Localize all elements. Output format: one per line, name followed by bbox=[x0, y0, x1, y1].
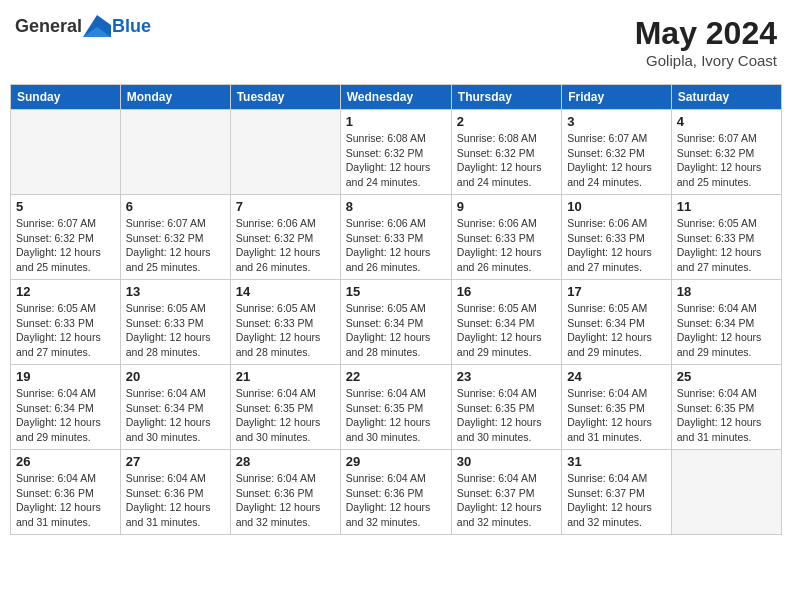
calendar-cell: 26Sunrise: 6:04 AMSunset: 6:36 PMDayligh… bbox=[11, 450, 121, 535]
calendar-cell: 25Sunrise: 6:04 AMSunset: 6:35 PMDayligh… bbox=[671, 365, 781, 450]
calendar-cell: 28Sunrise: 6:04 AMSunset: 6:36 PMDayligh… bbox=[230, 450, 340, 535]
week-row-1: 5Sunrise: 6:07 AMSunset: 6:32 PMDaylight… bbox=[11, 195, 782, 280]
calendar-cell: 1Sunrise: 6:08 AMSunset: 6:32 PMDaylight… bbox=[340, 110, 451, 195]
calendar-cell: 6Sunrise: 6:07 AMSunset: 6:32 PMDaylight… bbox=[120, 195, 230, 280]
logo-general-text: General bbox=[15, 16, 82, 37]
weekday-header: Thursday bbox=[451, 85, 561, 110]
day-number: 14 bbox=[236, 284, 335, 299]
day-info: Sunrise: 6:04 AMSunset: 6:37 PMDaylight:… bbox=[567, 471, 666, 530]
calendar-cell: 20Sunrise: 6:04 AMSunset: 6:34 PMDayligh… bbox=[120, 365, 230, 450]
day-number: 9 bbox=[457, 199, 556, 214]
weekday-header: Friday bbox=[562, 85, 672, 110]
day-info: Sunrise: 6:04 AMSunset: 6:37 PMDaylight:… bbox=[457, 471, 556, 530]
calendar-cell: 13Sunrise: 6:05 AMSunset: 6:33 PMDayligh… bbox=[120, 280, 230, 365]
day-info: Sunrise: 6:05 AMSunset: 6:34 PMDaylight:… bbox=[567, 301, 666, 360]
calendar-cell: 15Sunrise: 6:05 AMSunset: 6:34 PMDayligh… bbox=[340, 280, 451, 365]
calendar-cell: 14Sunrise: 6:05 AMSunset: 6:33 PMDayligh… bbox=[230, 280, 340, 365]
weekday-header: Tuesday bbox=[230, 85, 340, 110]
week-row-2: 12Sunrise: 6:05 AMSunset: 6:33 PMDayligh… bbox=[11, 280, 782, 365]
calendar-cell: 11Sunrise: 6:05 AMSunset: 6:33 PMDayligh… bbox=[671, 195, 781, 280]
day-info: Sunrise: 6:05 AMSunset: 6:33 PMDaylight:… bbox=[16, 301, 115, 360]
day-info: Sunrise: 6:05 AMSunset: 6:34 PMDaylight:… bbox=[457, 301, 556, 360]
calendar-title: May 2024 bbox=[635, 15, 777, 52]
calendar-cell: 17Sunrise: 6:05 AMSunset: 6:34 PMDayligh… bbox=[562, 280, 672, 365]
day-number: 27 bbox=[126, 454, 225, 469]
day-number: 29 bbox=[346, 454, 446, 469]
day-number: 30 bbox=[457, 454, 556, 469]
title-area: May 2024 Golipla, Ivory Coast bbox=[635, 15, 777, 69]
day-number: 1 bbox=[346, 114, 446, 129]
day-number: 26 bbox=[16, 454, 115, 469]
calendar-cell: 12Sunrise: 6:05 AMSunset: 6:33 PMDayligh… bbox=[11, 280, 121, 365]
day-info: Sunrise: 6:04 AMSunset: 6:36 PMDaylight:… bbox=[236, 471, 335, 530]
weekday-header-row: SundayMondayTuesdayWednesdayThursdayFrid… bbox=[11, 85, 782, 110]
calendar-cell: 21Sunrise: 6:04 AMSunset: 6:35 PMDayligh… bbox=[230, 365, 340, 450]
day-number: 23 bbox=[457, 369, 556, 384]
day-number: 8 bbox=[346, 199, 446, 214]
day-number: 15 bbox=[346, 284, 446, 299]
day-number: 28 bbox=[236, 454, 335, 469]
weekday-header: Wednesday bbox=[340, 85, 451, 110]
page-header: General Blue May 2024 Golipla, Ivory Coa… bbox=[10, 10, 782, 74]
day-info: Sunrise: 6:04 AMSunset: 6:35 PMDaylight:… bbox=[567, 386, 666, 445]
day-info: Sunrise: 6:06 AMSunset: 6:33 PMDaylight:… bbox=[567, 216, 666, 275]
logo-icon bbox=[83, 15, 111, 37]
day-number: 2 bbox=[457, 114, 556, 129]
day-number: 31 bbox=[567, 454, 666, 469]
day-number: 17 bbox=[567, 284, 666, 299]
day-number: 16 bbox=[457, 284, 556, 299]
calendar-cell: 27Sunrise: 6:04 AMSunset: 6:36 PMDayligh… bbox=[120, 450, 230, 535]
day-info: Sunrise: 6:04 AMSunset: 6:34 PMDaylight:… bbox=[677, 301, 776, 360]
calendar-cell: 16Sunrise: 6:05 AMSunset: 6:34 PMDayligh… bbox=[451, 280, 561, 365]
day-info: Sunrise: 6:05 AMSunset: 6:33 PMDaylight:… bbox=[677, 216, 776, 275]
day-number: 24 bbox=[567, 369, 666, 384]
calendar-cell: 8Sunrise: 6:06 AMSunset: 6:33 PMDaylight… bbox=[340, 195, 451, 280]
logo-blue-text: Blue bbox=[112, 16, 151, 37]
calendar-cell: 2Sunrise: 6:08 AMSunset: 6:32 PMDaylight… bbox=[451, 110, 561, 195]
day-info: Sunrise: 6:06 AMSunset: 6:33 PMDaylight:… bbox=[346, 216, 446, 275]
week-row-3: 19Sunrise: 6:04 AMSunset: 6:34 PMDayligh… bbox=[11, 365, 782, 450]
calendar-table: SundayMondayTuesdayWednesdayThursdayFrid… bbox=[10, 84, 782, 535]
weekday-header: Monday bbox=[120, 85, 230, 110]
day-number: 18 bbox=[677, 284, 776, 299]
day-info: Sunrise: 6:05 AMSunset: 6:33 PMDaylight:… bbox=[126, 301, 225, 360]
day-info: Sunrise: 6:04 AMSunset: 6:35 PMDaylight:… bbox=[457, 386, 556, 445]
calendar-cell: 9Sunrise: 6:06 AMSunset: 6:33 PMDaylight… bbox=[451, 195, 561, 280]
day-number: 21 bbox=[236, 369, 335, 384]
calendar-cell: 3Sunrise: 6:07 AMSunset: 6:32 PMDaylight… bbox=[562, 110, 672, 195]
calendar-cell: 10Sunrise: 6:06 AMSunset: 6:33 PMDayligh… bbox=[562, 195, 672, 280]
day-info: Sunrise: 6:05 AMSunset: 6:34 PMDaylight:… bbox=[346, 301, 446, 360]
day-info: Sunrise: 6:04 AMSunset: 6:35 PMDaylight:… bbox=[677, 386, 776, 445]
weekday-header: Sunday bbox=[11, 85, 121, 110]
week-row-4: 26Sunrise: 6:04 AMSunset: 6:36 PMDayligh… bbox=[11, 450, 782, 535]
day-info: Sunrise: 6:07 AMSunset: 6:32 PMDaylight:… bbox=[677, 131, 776, 190]
day-number: 22 bbox=[346, 369, 446, 384]
day-info: Sunrise: 6:04 AMSunset: 6:36 PMDaylight:… bbox=[16, 471, 115, 530]
calendar-cell: 31Sunrise: 6:04 AMSunset: 6:37 PMDayligh… bbox=[562, 450, 672, 535]
day-info: Sunrise: 6:07 AMSunset: 6:32 PMDaylight:… bbox=[16, 216, 115, 275]
day-number: 11 bbox=[677, 199, 776, 214]
calendar-cell: 30Sunrise: 6:04 AMSunset: 6:37 PMDayligh… bbox=[451, 450, 561, 535]
day-number: 4 bbox=[677, 114, 776, 129]
calendar-cell: 7Sunrise: 6:06 AMSunset: 6:32 PMDaylight… bbox=[230, 195, 340, 280]
calendar-cell: 4Sunrise: 6:07 AMSunset: 6:32 PMDaylight… bbox=[671, 110, 781, 195]
day-number: 19 bbox=[16, 369, 115, 384]
day-number: 13 bbox=[126, 284, 225, 299]
day-info: Sunrise: 6:04 AMSunset: 6:34 PMDaylight:… bbox=[126, 386, 225, 445]
calendar-cell: 18Sunrise: 6:04 AMSunset: 6:34 PMDayligh… bbox=[671, 280, 781, 365]
weekday-header: Saturday bbox=[671, 85, 781, 110]
day-info: Sunrise: 6:05 AMSunset: 6:33 PMDaylight:… bbox=[236, 301, 335, 360]
day-info: Sunrise: 6:07 AMSunset: 6:32 PMDaylight:… bbox=[126, 216, 225, 275]
calendar-location: Golipla, Ivory Coast bbox=[635, 52, 777, 69]
calendar-cell bbox=[230, 110, 340, 195]
day-number: 10 bbox=[567, 199, 666, 214]
week-row-0: 1Sunrise: 6:08 AMSunset: 6:32 PMDaylight… bbox=[11, 110, 782, 195]
day-info: Sunrise: 6:06 AMSunset: 6:33 PMDaylight:… bbox=[457, 216, 556, 275]
day-info: Sunrise: 6:04 AMSunset: 6:34 PMDaylight:… bbox=[16, 386, 115, 445]
calendar-cell bbox=[120, 110, 230, 195]
day-info: Sunrise: 6:04 AMSunset: 6:35 PMDaylight:… bbox=[236, 386, 335, 445]
calendar-cell: 24Sunrise: 6:04 AMSunset: 6:35 PMDayligh… bbox=[562, 365, 672, 450]
calendar-cell: 5Sunrise: 6:07 AMSunset: 6:32 PMDaylight… bbox=[11, 195, 121, 280]
day-info: Sunrise: 6:06 AMSunset: 6:32 PMDaylight:… bbox=[236, 216, 335, 275]
calendar-cell: 29Sunrise: 6:04 AMSunset: 6:36 PMDayligh… bbox=[340, 450, 451, 535]
